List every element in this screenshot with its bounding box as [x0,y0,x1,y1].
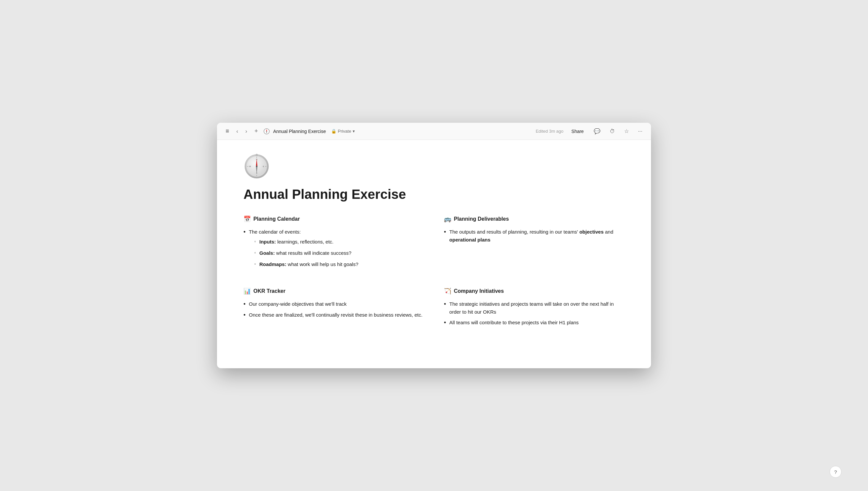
list-item: The calendar of events: Inputs: learning… [243,228,424,272]
back-button[interactable]: ‹ [235,127,240,136]
lock-icon: 🔒 [331,129,336,134]
svg-point-17 [256,166,258,167]
page-content: N S E W Annual Planning Exercise 📅 [217,140,651,368]
section-company-initiatives: 🏹 Company Initiatives The strategic init… [444,288,625,329]
page-title: Annual Planning Exercise [243,186,625,202]
page-icon-area: N S E W [243,153,270,180]
more-button[interactable]: ··· [636,127,645,136]
planning-calendar-sublist: Inputs: learnings, reflections, etc. Goa… [249,238,358,268]
comment-icon: 💬 [594,128,600,134]
calendar-icon: 📅 [243,215,251,223]
calendar-item-text: The calendar of events: [249,229,301,235]
page-compass-icon: N S E W [244,153,270,179]
chart-icon: 📊 [243,288,251,295]
list-item: Once these are finalized, we'll continua… [243,311,424,319]
section-header-okr-tracker: 📊 OKR Tracker [243,288,424,295]
add-button[interactable]: + [252,126,260,136]
section-header-planning-deliverables: 🚌 Planning Deliverables [444,215,625,223]
svg-text:W: W [249,166,251,167]
svg-point-4 [266,131,267,132]
section-header-planning-calendar: 📅 Planning Calendar [243,215,424,223]
sub-item-inputs: Inputs: learnings, reflections, etc. [259,238,333,246]
section-title-okr-tracker: OKR Tracker [253,288,286,294]
list-item: The strategic initiatives and projects t… [444,300,625,316]
add-icon: + [255,128,258,134]
menu-icon: ≡ [226,128,229,134]
comment-button[interactable]: 💬 [592,127,602,136]
star-icon: ☆ [624,128,629,134]
more-icon: ··· [638,128,642,134]
forward-icon: › [245,128,247,134]
app-window: ≡ ‹ › + Annual Planning Exercise 🔒 [217,123,651,368]
okr-tracker-list: Our company-wide objectives that we'll t… [243,300,424,319]
privacy-label: Private [338,129,351,134]
svg-text:E: E [263,166,264,167]
section-title-planning-calendar: Planning Calendar [253,216,300,222]
titlebar: ≡ ‹ › + Annual Planning Exercise 🔒 [217,123,651,140]
okr-item-1: Our company-wide objectives that we'll t… [249,300,346,308]
titlebar-right: Edited 3m ago Share 💬 ⏱ ☆ ··· [536,127,645,136]
list-item: The outputs and results of planning, res… [444,228,625,244]
company-initiatives-list: The strategic initiatives and projects t… [444,300,625,327]
sub-list-item: Inputs: learnings, reflections, etc. [254,238,358,246]
section-title-planning-deliverables: Planning Deliverables [454,216,509,222]
edited-timestamp: Edited 3m ago [536,129,563,134]
history-button[interactable]: ⏱ [608,127,617,136]
doc-compass-icon [263,128,270,135]
titlebar-left: ≡ ‹ › + Annual Planning Exercise 🔒 [223,126,536,136]
sections-grid: 📅 Planning Calendar The calendar of even… [243,215,625,329]
initiatives-item-2: All teams will contribute to these proje… [449,319,578,326]
section-planning-calendar: 📅 Planning Calendar The calendar of even… [243,215,424,274]
doc-title: Annual Planning Exercise [273,129,326,134]
archery-icon: 🏹 [444,288,451,295]
initiatives-item-1: The strategic initiatives and projects t… [449,300,625,316]
sub-list-item: Goals: what results will indicate succes… [254,249,358,257]
privacy-badge[interactable]: 🔒 Private ▾ [329,128,357,135]
sub-item-roadmaps: Roadmaps: what work will help us hit goa… [259,260,358,268]
section-header-company-initiatives: 🏹 Company Initiatives [444,288,625,295]
history-icon: ⏱ [610,128,615,134]
section-title-company-initiatives: Company Initiatives [454,288,504,294]
sub-item-goals: Goals: what results will indicate succes… [259,249,351,257]
sub-list-item: Roadmaps: what work will help us hit goa… [254,260,358,268]
chevron-down-icon: ▾ [353,129,355,134]
planning-deliverables-list: The outputs and results of planning, res… [444,228,625,244]
deliverables-item-text: The outputs and results of planning, res… [449,228,625,244]
share-button[interactable]: Share [569,127,586,135]
back-icon: ‹ [237,128,238,134]
list-item: All teams will contribute to these proje… [444,319,625,327]
menu-button[interactable]: ≡ [223,126,231,136]
section-okr-tracker: 📊 OKR Tracker Our company-wide objective… [243,288,424,329]
star-button[interactable]: ☆ [622,127,631,136]
list-item: Our company-wide objectives that we'll t… [243,300,424,308]
okr-item-2: Once these are finalized, we'll continua… [249,311,422,319]
bus-icon: 🚌 [444,215,451,223]
section-planning-deliverables: 🚌 Planning Deliverables The outputs and … [444,215,625,274]
planning-calendar-list: The calendar of events: Inputs: learning… [243,228,424,272]
forward-button[interactable]: › [243,127,249,136]
